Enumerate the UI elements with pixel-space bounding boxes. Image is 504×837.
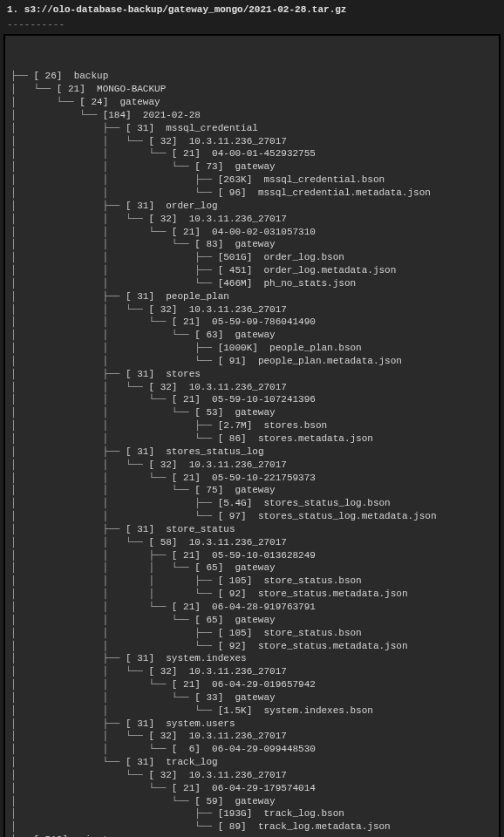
tree-size: 501G: [223, 252, 246, 262]
tree-bracket-close: ]: [148, 524, 166, 534]
tree-size: 86: [223, 433, 241, 444]
tree-bracket-open: [: [126, 291, 132, 302]
tree-line: │ │ ├── [501G] order_log.bson: [10, 251, 494, 264]
tree-bracket-open: [: [126, 201, 132, 211]
tree-size: 21: [177, 473, 194, 483]
tree-size: 193G: [223, 808, 246, 819]
tree-size: 73: [201, 161, 218, 172]
tree-branch: │ ├──: [10, 291, 126, 302]
header-index: 1.: [7, 4, 18, 15]
tree-size: 91: [223, 356, 241, 366]
tree-line: │ │ └── [ 91] people_plan.metadata.json: [10, 355, 494, 368]
tree-size: 31: [132, 757, 149, 767]
tree-name: store_status: [166, 524, 235, 534]
tree-line: │ │ └── [ 32] 10.3.11.236_27017: [10, 665, 494, 678]
tree-branch: │ ├──: [10, 446, 126, 457]
tree-branch: │ └──: [10, 770, 148, 780]
tree-name: store_status.bson: [263, 575, 361, 586]
tree-branch: │ │ └──: [10, 473, 172, 483]
tree-bracket-open: [: [126, 123, 132, 133]
tree-branch: │ ├──: [10, 653, 126, 663]
tree-branch: │ │ └──: [10, 537, 148, 548]
tree-name: track_log.metadata.json: [258, 821, 391, 832]
tree-branch: │ │ ├──: [10, 265, 218, 276]
tree-bracket-open: [: [126, 653, 132, 663]
tree-name: 06-04-29-019657942: [212, 679, 316, 690]
tree-name: 10.3.11.236_27017: [189, 666, 287, 677]
tree-branch: │ │ └──: [10, 239, 194, 249]
tree-line: │ ├── [ 31] mssql_credential: [10, 122, 494, 135]
tree-name: 10.3.11.236_27017: [189, 136, 287, 146]
tree-line: └── [ 51G] six.tar.gz: [10, 834, 494, 837]
tree-line: │ │ └── [ 32] 10.3.11.236_27017: [10, 213, 494, 226]
tree-output: ├── [ 26] backup│ └── [ 21] MONGO-BACKUP…: [3, 34, 501, 837]
tree-line: │ │ └── [ 73] gateway: [10, 160, 494, 174]
tree-size: 32: [154, 731, 172, 741]
tree-bracket-open: [: [79, 97, 85, 107]
tree-size: 31: [132, 291, 149, 302]
tree-branch: │ │ └──: [10, 304, 148, 315]
tree-bracket-close: ]: [241, 187, 258, 198]
tree-bracket-close: ]: [79, 84, 97, 94]
tree-size: 26: [39, 71, 57, 81]
tree-name: gateway: [235, 330, 275, 340]
tree-name: 2021-02-28: [143, 110, 201, 120]
tree-name: 05-59-09-786041490: [212, 316, 316, 327]
tree-bracket-close: ]: [194, 783, 212, 793]
tree-branch: │ └──: [10, 97, 79, 107]
tree-bracket-close: ]: [126, 110, 143, 120]
tree-line: │ │ ├── [5.4G] stores_status_log.bson: [10, 497, 494, 510]
tree-size: 31: [132, 369, 149, 379]
tree-line: │ │ └── [ 92] store_status.metadata.json: [10, 640, 494, 653]
tree-line: │ │ └── [ 63] gateway: [10, 329, 494, 342]
tree-line: │ │ └── [ 21] 04-00-02-031057310: [10, 226, 494, 239]
tree-name: gateway: [235, 407, 275, 418]
tree-bracket-open: [: [194, 485, 201, 495]
tree-line: │ │ └── [ 32] 10.3.11.236_27017: [10, 381, 494, 394]
tree-name: 10.3.11.236_27017: [189, 731, 287, 741]
tree-size: 33: [201, 692, 218, 703]
tree-size: 65: [201, 562, 218, 573]
tree-line: │ └── [ 24] gateway: [10, 96, 494, 109]
tree-line: │ └── [ 59] gateway: [10, 795, 494, 808]
tree-branch: │ ├──: [10, 201, 126, 211]
tree-branch: │ │ └──: [10, 136, 148, 146]
divider-dashes: ----------: [0, 18, 504, 34]
tree-line: │ │ └── [ 32] 10.3.11.236_27017: [10, 303, 494, 316]
tree-size: 83: [201, 239, 218, 249]
tree-bracket-close: ]: [172, 382, 189, 392]
tree-size: 105: [223, 628, 246, 638]
tree-name: 06-04-29-099448530: [212, 744, 316, 754]
tree-bracket-open: [: [194, 407, 201, 418]
tree-bracket-close: ]: [218, 407, 235, 418]
tree-branch: │ │ └──: [10, 615, 194, 625]
tree-bracket-close: ]: [172, 770, 189, 780]
tree-bracket-close: ]: [247, 575, 264, 586]
tree-bracket-close: ]: [172, 459, 189, 470]
tree-line: │ │ ├── [1000K] people_plan.bson: [10, 342, 494, 355]
tree-name: 10.3.11.236_27017: [189, 537, 287, 548]
tree-line: │ │ └── [ 21] 06-04-29-019657942: [10, 678, 494, 691]
tree-bracket-close: ]: [241, 433, 258, 444]
tree-name: ph_no_stats.json: [263, 278, 356, 289]
tree-size: 89: [223, 821, 241, 832]
tree-branch: │ │ └──: [10, 511, 218, 521]
tree-name: stores_status_log.bson: [263, 498, 390, 508]
tree-name: people_plan.bson: [269, 343, 362, 353]
tree-bracket-close: ]: [172, 304, 189, 315]
tree-bracket-close: ]: [218, 239, 235, 249]
tree-bracket-open: [: [194, 239, 201, 249]
tree-line: │ │ ├── [ 451] order_log.metadata.json: [10, 264, 494, 277]
tree-bracket-close: ]: [241, 821, 258, 832]
tree-size: 21: [177, 148, 194, 159]
tree-bracket-close: ]: [172, 537, 189, 548]
tree-branch: │ │ ├──: [10, 628, 218, 638]
tree-line: │ │ └── [ 21] 04-00-01-452932755: [10, 147, 494, 160]
tree-branch: │ │ └──: [10, 214, 148, 224]
tree-size: 92: [223, 589, 241, 599]
tree-size: 31: [132, 201, 149, 211]
tree-name: mssql_credential: [166, 123, 258, 133]
tree-line: │ └── [ 21] 06-04-29-179574014: [10, 782, 494, 795]
tree-bracket-close: ]: [194, 148, 212, 159]
tree-line: │ │ └── [ 86] stores.metadata.json: [10, 432, 494, 446]
